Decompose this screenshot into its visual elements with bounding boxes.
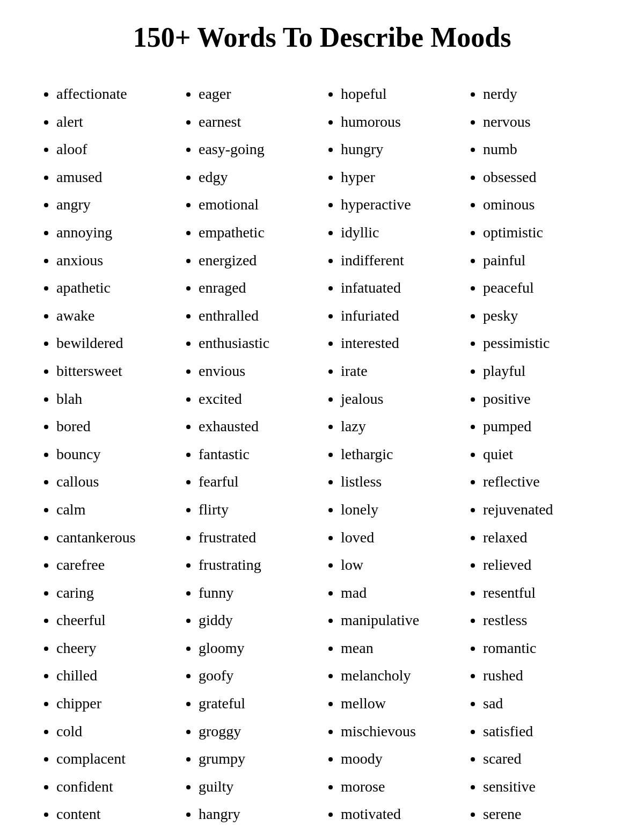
list-item: earnest — [199, 108, 317, 136]
list-item: alert — [56, 108, 174, 136]
list-item: chipper — [56, 690, 174, 717]
list-item: bouncy — [56, 440, 174, 468]
list-item: infuriated — [341, 302, 459, 330]
list-item: edgy — [199, 163, 317, 191]
list-item: lonely — [341, 496, 459, 524]
list-item: bored — [56, 412, 174, 440]
list-item: cold — [56, 717, 174, 745]
list-item: flirty — [199, 496, 317, 524]
list-item: optimistic — [483, 219, 601, 246]
list-item: caring — [56, 579, 174, 607]
list-item: grumpy — [199, 745, 317, 773]
list-item: mysterious — [341, 828, 459, 834]
list-item: morose — [341, 773, 459, 801]
word-list-4: nerdynervousnumbobsessedominousoptimisti… — [470, 80, 601, 834]
list-item: carefree — [56, 551, 174, 579]
list-item: relaxed — [483, 524, 601, 552]
columns-container: affectionatealertaloofamusedangryannoyin… — [38, 80, 606, 834]
list-item: cantankerous — [56, 524, 174, 552]
list-item: enthusiastic — [199, 329, 317, 357]
column-1: affectionatealertaloofamusedangryannoyin… — [38, 80, 180, 834]
page-container: 150+ Words To Describe Moods affectionat… — [27, 0, 617, 834]
list-item: confident — [56, 773, 174, 801]
list-item: cynical — [56, 828, 174, 834]
list-item: satisfied — [483, 717, 601, 745]
list-item: guilty — [199, 773, 317, 801]
list-item: loved — [341, 524, 459, 552]
word-list-1: affectionatealertaloofamusedangryannoyin… — [43, 80, 174, 834]
list-item: envious — [199, 357, 317, 385]
list-item: enthralled — [199, 302, 317, 330]
list-item: ominous — [483, 191, 601, 219]
list-item: nerdy — [483, 80, 601, 108]
list-item: mean — [341, 634, 459, 662]
list-item: mischievous — [341, 717, 459, 745]
list-item: exhausted — [199, 412, 317, 440]
list-item: relieved — [483, 551, 601, 579]
list-item: bewildered — [56, 329, 174, 357]
list-item: low — [341, 551, 459, 579]
list-item: hyperactive — [341, 191, 459, 219]
list-item: sad — [483, 690, 601, 717]
word-list-2: eagerearnesteasy-goingedgyemotionalempat… — [185, 80, 317, 834]
list-item: irate — [341, 357, 459, 385]
list-item: frustrated — [199, 524, 317, 552]
list-item: hungry — [341, 135, 459, 163]
list-item: interested — [341, 329, 459, 357]
list-item: numb — [483, 135, 601, 163]
list-item: callous — [56, 468, 174, 496]
list-item: cheery — [56, 634, 174, 662]
list-item: idyllic — [341, 219, 459, 246]
list-item: funny — [199, 579, 317, 607]
list-item: hyper — [341, 163, 459, 191]
list-item: indifferent — [341, 246, 459, 274]
list-item: hangry — [199, 800, 317, 828]
list-item: groggy — [199, 717, 317, 745]
list-item: pesky — [483, 302, 601, 330]
list-item: serene — [483, 800, 601, 828]
list-item: manipulative — [341, 606, 459, 634]
list-item: cheerful — [56, 606, 174, 634]
list-item: melancholy — [341, 662, 459, 690]
list-item: moody — [341, 745, 459, 773]
list-item: reflective — [483, 468, 601, 496]
list-item: content — [56, 800, 174, 828]
list-item: infatuated — [341, 274, 459, 302]
list-item: pessimistic — [483, 329, 601, 357]
page-title: 150+ Words To Describe Moods — [38, 21, 606, 53]
list-item: playful — [483, 357, 601, 385]
list-item: painful — [483, 246, 601, 274]
column-4: nerdynervousnumbobsessedominousoptimisti… — [464, 80, 606, 834]
list-item: giddy — [199, 606, 317, 634]
list-item: apathetic — [56, 274, 174, 302]
list-item: restless — [483, 606, 601, 634]
list-item: energized — [199, 246, 317, 274]
list-item: romantic — [483, 634, 601, 662]
list-item: lazy — [341, 412, 459, 440]
list-item: chilled — [56, 662, 174, 690]
list-item: motivated — [341, 800, 459, 828]
list-item: calm — [56, 496, 174, 524]
list-item: enraged — [199, 274, 317, 302]
list-item: nervous — [483, 108, 601, 136]
list-item: quiet — [483, 440, 601, 468]
list-item: hopeful — [341, 80, 459, 108]
list-item: mellow — [341, 690, 459, 717]
list-item: goofy — [199, 662, 317, 690]
word-list-3: hopefulhumoroushungryhyperhyperactiveidy… — [327, 80, 459, 834]
list-item: angry — [56, 191, 174, 219]
list-item: anxious — [56, 246, 174, 274]
list-item: complacent — [56, 745, 174, 773]
list-item: eager — [199, 80, 317, 108]
list-item: scared — [483, 745, 601, 773]
list-item: emotional — [199, 191, 317, 219]
list-item: amused — [56, 163, 174, 191]
column-3: hopefulhumoroushungryhyperhyperactiveidy… — [322, 80, 464, 834]
list-item: annoying — [56, 219, 174, 246]
list-item: excited — [199, 385, 317, 413]
list-item: mad — [341, 579, 459, 607]
list-item: happy — [199, 828, 317, 834]
list-item: lethargic — [341, 440, 459, 468]
list-item: positive — [483, 385, 601, 413]
list-item: sensitive — [483, 773, 601, 801]
